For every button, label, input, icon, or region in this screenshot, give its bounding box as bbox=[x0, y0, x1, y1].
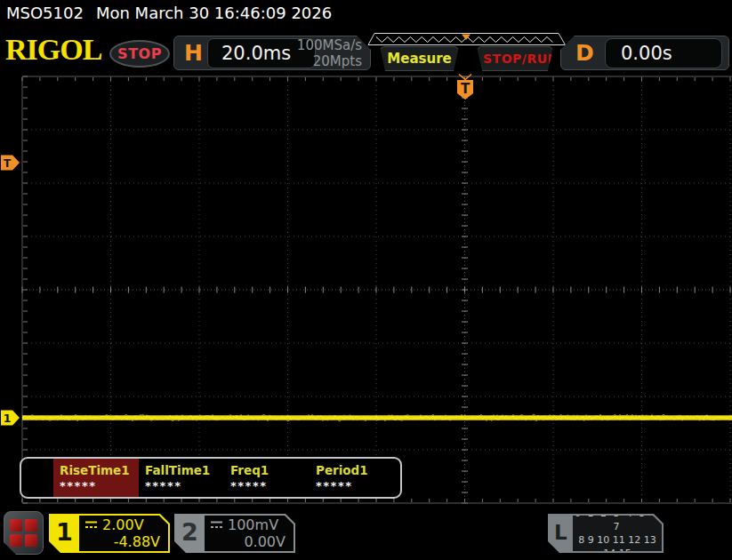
channel2-status[interactable]: 2 100mV 0.00V bbox=[174, 514, 295, 553]
channel1-offset: -4.88V bbox=[84, 533, 160, 550]
channel2-number: 2 bbox=[181, 518, 198, 546]
measurement-falltime[interactable]: FallTime1 ***** bbox=[139, 459, 224, 497]
trigger-position-marker-label: T bbox=[461, 81, 471, 97]
channel2-values: 100mV 0.00V bbox=[205, 516, 294, 551]
channel1-values: 2.00V -4.88V bbox=[79, 516, 168, 551]
measurement-value: ***** bbox=[230, 479, 310, 492]
logic-channels-row1: 0 1 2 3 4 5 6 7 bbox=[573, 507, 662, 533]
measurement-label: RiseTime1 bbox=[60, 463, 139, 477]
channel1-status[interactable]: 1 2.00V -4.88V bbox=[49, 514, 170, 553]
menu-grid-icon[interactable] bbox=[4, 511, 44, 555]
measurement-panel[interactable]: RiseTime1 ***** FallTime1 ***** Freq1 **… bbox=[20, 457, 402, 499]
channel1-position-marker-label: 1 bbox=[3, 412, 11, 425]
measurement-label: Freq1 bbox=[230, 463, 310, 477]
measurement-period[interactable]: Period1 ***** bbox=[310, 459, 395, 497]
dc-coupling-icon bbox=[210, 520, 223, 530]
menu-grid-squares bbox=[10, 519, 37, 547]
channel2-offset: 0.00V bbox=[210, 533, 286, 550]
logic-analyzer-status[interactable]: L 0 1 2 3 4 5 6 7 8 9 10 11 12 13 14 15 bbox=[548, 514, 664, 553]
channel1-scale: 2.00V bbox=[102, 516, 144, 533]
measurement-risetime[interactable]: RiseTime1 ***** bbox=[53, 459, 139, 497]
channel2-scale: 100mV bbox=[228, 516, 278, 533]
measurement-freq[interactable]: Freq1 ***** bbox=[224, 459, 310, 497]
trigger-position-caret-icon bbox=[459, 75, 471, 80]
measurement-label: FallTime1 bbox=[145, 463, 224, 477]
channel1-number: 1 bbox=[56, 518, 73, 546]
measurement-value: ***** bbox=[145, 479, 224, 492]
dc-coupling-icon bbox=[84, 520, 98, 530]
oscilloscope-screen: MSO5102Mon March 30 16:46:09 2026 RIGOL … bbox=[0, 0, 732, 560]
measurement-value: ***** bbox=[316, 479, 395, 492]
measurement-label: Period1 bbox=[316, 463, 395, 477]
trigger-level-marker-label: T bbox=[4, 157, 12, 170]
logic-channel-list: 0 1 2 3 4 5 6 7 8 9 10 11 12 13 14 15 bbox=[573, 516, 662, 551]
logic-channels-row2: 8 9 10 11 12 13 14 15 bbox=[573, 533, 662, 560]
measurement-value: ***** bbox=[60, 479, 139, 492]
bottom-status-bar: 1 2.00V -4.88V 2 bbox=[0, 507, 732, 560]
logic-analyzer-label: L bbox=[554, 521, 567, 544]
